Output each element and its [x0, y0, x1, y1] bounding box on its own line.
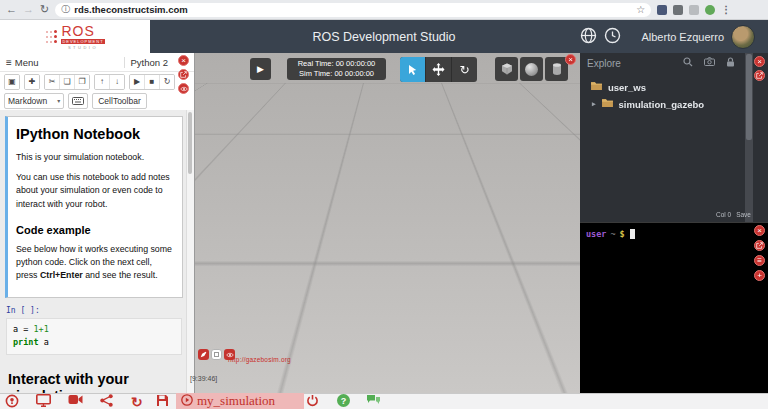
browser-extension-icon[interactable] — [705, 5, 715, 15]
scrollbar-thumb[interactable] — [746, 54, 752, 140]
cell-type-select[interactable]: Markdown ▾ — [4, 93, 64, 109]
ros-logo-subtitle: DEVELOPMENT — [61, 39, 104, 44]
close-icon[interactable]: × — [565, 54, 576, 65]
interrupt-kernel-button[interactable]: ■ — [145, 75, 160, 89]
browser-chrome: ← → ↻ ⓘ rds.theconstructsim.com ☆ ⋮ — [0, 0, 768, 20]
markdown-cell[interactable]: Interact with your simulation If you alr… — [8, 371, 180, 393]
add-terminal-icon[interactable]: + — [754, 270, 765, 281]
paste-cell-button[interactable]: ❐ — [75, 75, 89, 89]
hamburger-menu-icon[interactable]: ≡ — [6, 57, 12, 68]
search-icon[interactable] — [683, 57, 693, 69]
annotate-icon[interactable] — [198, 349, 209, 360]
save-icon[interactable] — [156, 394, 169, 407]
ros-logo-text: ROS — [61, 24, 104, 38]
translate-tool-button[interactable] — [426, 57, 452, 82]
code-editor[interactable]: a = 1+1 print a — [6, 318, 182, 354]
desktop-icon[interactable] — [36, 394, 51, 407]
scrollbar-thumb[interactable] — [188, 112, 192, 174]
avatar[interactable] — [731, 25, 755, 49]
tree-item-user-ws[interactable]: user_ws — [590, 81, 646, 93]
ros-logo-dots-icon — [45, 29, 57, 44]
tree-item-label: user_ws — [608, 82, 646, 93]
open-external-icon[interactable] — [754, 70, 765, 81]
lock-icon[interactable] — [726, 57, 735, 69]
refresh-icon[interactable]: ↻ — [131, 394, 143, 409]
chevron-down-icon: ▾ — [57, 97, 60, 104]
help-icon[interactable]: ? — [337, 394, 350, 407]
stop-capture-icon[interactable] — [211, 349, 222, 360]
ros-logo: ROS DEVELOPMENT STUDIO — [0, 20, 150, 53]
user-name[interactable]: Alberto Ezquerro — [641, 20, 724, 53]
notebook-paragraph: This is your simulation notebook. — [16, 151, 174, 164]
browser-extension-icon[interactable] — [657, 5, 667, 15]
code-example-heading: Code example — [16, 224, 174, 236]
browser-menu-icon[interactable]: ⋮ — [721, 4, 731, 15]
share-icon[interactable] — [100, 394, 113, 407]
browser-extension-icon[interactable] — [689, 5, 699, 15]
eye-icon[interactable] — [178, 83, 189, 94]
tab-my-simulation[interactable]: my_simulation — [176, 393, 304, 409]
globe-icon[interactable] — [580, 27, 597, 44]
prompt-symbol: $ — [620, 229, 625, 239]
browser-back-icon[interactable]: ← — [6, 4, 17, 15]
power-icon[interactable] — [306, 394, 319, 407]
page-title: ROS Development Studio — [150, 20, 618, 53]
select-tool-button[interactable] — [400, 57, 426, 82]
run-cell-button[interactable]: ▶ — [130, 75, 145, 89]
explore-window-controls: × — [754, 56, 765, 81]
video-camera-icon[interactable] — [68, 394, 83, 405]
open-external-icon[interactable] — [178, 69, 189, 80]
explore-panel: Explore user_ws ▸ simulation_gazebo Col … — [580, 53, 768, 222]
keyboard-shortcuts-button[interactable] — [68, 93, 88, 109]
notebook-window-controls: × — [178, 55, 189, 94]
play-simulation-button[interactable]: ▶ — [250, 58, 271, 80]
site-info-icon[interactable]: ⓘ — [61, 3, 70, 16]
browser-reload-icon[interactable]: ↻ — [40, 4, 49, 15]
notebook-toolbar: ▣ ✚ ✂ ❏ ❐ ↑ ↓ ▶ ■ ↻ — [0, 72, 194, 91]
move-cell-up-button[interactable]: ↑ — [95, 75, 110, 89]
tree-expand-arrow-icon[interactable]: ▸ — [592, 100, 596, 108]
close-icon[interactable]: × — [754, 225, 765, 236]
code-cell[interactable]: In [ ]: a = 1+1 print a — [6, 306, 182, 354]
restart-kernel-button[interactable]: ↻ — [160, 75, 174, 89]
bookmark-star-icon[interactable]: ☆ — [636, 4, 645, 15]
close-icon[interactable]: × — [178, 55, 189, 66]
browser-forward-icon[interactable]: → — [23, 4, 34, 15]
notebook-scrollbar[interactable] — [186, 110, 194, 393]
clock-icon[interactable] — [604, 27, 621, 44]
browser-extension-icon[interactable] — [673, 5, 683, 15]
open-external-icon[interactable] — [754, 240, 765, 251]
cut-cell-button[interactable]: ✂ — [45, 75, 60, 89]
notebook-content[interactable]: IPython Notebook This is your simulation… — [0, 110, 188, 393]
terminal-list-icon[interactable]: ≡ — [754, 255, 765, 266]
add-cell-button[interactable]: ✚ — [25, 75, 39, 89]
gazebo-viewport[interactable]: ▶ Real Time: 00 00:00:00 Sim Time: 00 00… — [195, 53, 580, 393]
explore-scrollbar[interactable] — [745, 53, 753, 222]
notebook-menu-label[interactable]: Menu — [15, 57, 39, 68]
copy-cell-button[interactable]: ❏ — [60, 75, 75, 89]
camera-icon[interactable] — [704, 57, 715, 69]
rds-logo-icon[interactable] — [5, 394, 19, 408]
markdown-cell[interactable]: IPython Notebook This is your simulation… — [5, 116, 183, 298]
tree-item-label: simulation_gazebo — [619, 99, 705, 110]
prompt-path: ~ — [610, 229, 615, 239]
url-text: rds.theconstructsim.com — [74, 4, 632, 15]
chat-icon[interactable] — [366, 394, 381, 406]
insert-sphere-button[interactable] — [520, 57, 543, 81]
log-timestamp: [9:39:46] — [190, 375, 217, 382]
terminal-cursor — [630, 229, 635, 239]
close-icon[interactable]: × — [754, 56, 765, 67]
rotate-tool-button[interactable]: ↻ — [452, 57, 477, 82]
tree-item-simulation-gazebo[interactable]: ▸ simulation_gazebo — [592, 98, 704, 110]
terminal-panel[interactable]: user ~ $ — [580, 222, 768, 393]
save-notebook-button[interactable]: ▣ — [5, 75, 19, 89]
cell-type-value: Markdown — [8, 96, 47, 106]
folder-icon — [590, 81, 603, 93]
gazebo-log-url: http://gazebosim.org — [228, 356, 291, 363]
insert-cube-button[interactable] — [495, 57, 518, 81]
play-circle-icon[interactable] — [181, 392, 193, 409]
move-cell-down-button[interactable]: ↓ — [110, 75, 124, 89]
editor-status: Col 0 Save — [716, 211, 751, 218]
cell-toolbar-button[interactable]: CellToolbar — [92, 93, 147, 109]
address-bar[interactable]: ⓘ rds.theconstructsim.com ☆ — [55, 3, 651, 17]
